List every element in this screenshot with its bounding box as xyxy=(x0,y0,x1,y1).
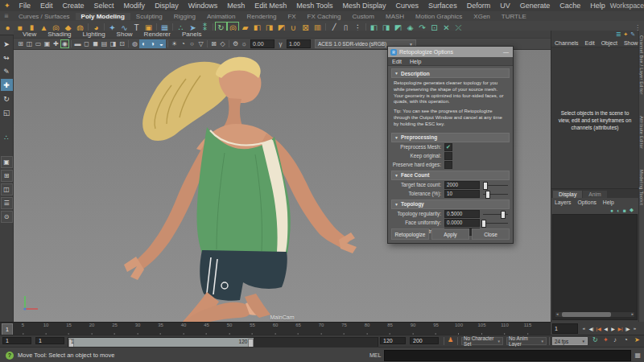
slider-target-face-count[interactable] xyxy=(483,182,508,188)
play-backwards-button[interactable]: ◀ xyxy=(602,324,609,333)
viewport-icon-21[interactable]: ○ xyxy=(188,39,196,48)
gamma-field[interactable]: 1.00 xyxy=(287,39,311,48)
minimize-icon[interactable]: — xyxy=(503,49,510,55)
playback-start-field[interactable]: 1 xyxy=(35,337,64,344)
tool-settings-toggle-icon[interactable]: ✎ xyxy=(630,31,635,38)
paint-select-tool[interactable]: ✎ xyxy=(1,65,13,77)
viewport-menu-panels[interactable]: Panels xyxy=(176,31,207,38)
animation-start-field[interactable]: 1 xyxy=(2,337,31,344)
viewport-icon-5[interactable]: ◉ xyxy=(60,39,69,48)
step-back-frame-button[interactable]: ◀| xyxy=(588,324,595,333)
layer-icon-1[interactable]: ◐ xyxy=(617,208,620,213)
exposure-field[interactable]: 0.00 xyxy=(250,39,275,48)
side-tab-channel-box-layer-editor[interactable]: Channel Box / Layer Editor xyxy=(639,35,644,95)
checkbox-preserve-hard-edges[interactable] xyxy=(444,161,452,169)
channel-box-menu-object[interactable]: Object xyxy=(598,40,621,46)
viewport-menu-show[interactable]: Show xyxy=(111,31,138,38)
section-header-face-count[interactable]: ▼Face Count xyxy=(391,171,510,180)
channel-box-menu-edit[interactable]: Edit xyxy=(582,40,598,46)
slider-topology-regularity[interactable] xyxy=(483,211,508,217)
scroll-right-icon[interactable]: ▸ xyxy=(631,311,634,316)
anim-layer-dropdown[interactable]: No Anim Layer▼ xyxy=(506,337,547,345)
mel-command-input[interactable] xyxy=(384,350,631,361)
viewport-menu-shading[interactable]: Shading xyxy=(42,31,76,38)
side-tab-modeling-toolkit[interactable]: Modeling Toolkit xyxy=(639,170,644,205)
menu-edit[interactable]: Edit xyxy=(35,2,58,10)
shelf-tab-turtle[interactable]: TURTLE xyxy=(496,13,532,20)
fps-dropdown[interactable]: 24 fps▼ xyxy=(552,337,588,345)
description-header[interactable]: ▼ Description xyxy=(391,68,510,78)
viewport-icon-24[interactable]: ⊠ xyxy=(209,39,218,48)
script-editor-icon[interactable]: ▦ xyxy=(634,352,644,359)
layer-menu-options[interactable]: Options xyxy=(574,200,599,205)
section-header-topology[interactable]: ▼Topology xyxy=(391,200,510,209)
move-tool[interactable]: ✚ xyxy=(1,79,13,91)
menu-cache[interactable]: Cache xyxy=(555,2,585,10)
viewport-icon-15[interactable]: ◐ xyxy=(139,39,148,48)
viewport-menu-view[interactable]: View xyxy=(17,31,42,38)
layout-four-pane[interactable]: ⊞ xyxy=(1,170,13,182)
menu-mesh[interactable]: Mesh xyxy=(222,2,250,10)
menu-deform[interactable]: Deform xyxy=(462,2,496,10)
shelf-tab-xgen[interactable]: XGen xyxy=(468,13,495,20)
shelf-tab-curves-surfaces[interactable]: Curves / Surfaces xyxy=(13,13,76,20)
viewport-icon-2[interactable]: ▭ xyxy=(34,39,43,48)
go-to-end-button[interactable]: » xyxy=(631,324,638,333)
viewport-icon-7[interactable]: ▬ xyxy=(73,39,82,48)
viewport-icon-25[interactable]: ◇ xyxy=(218,39,227,48)
menu-select[interactable]: Select xyxy=(89,2,119,10)
shelf-tab-motion-graphics[interactable]: Motion Graphics xyxy=(410,13,468,20)
layout-outliner[interactable]: ☰ xyxy=(1,197,13,209)
current-frame-marker[interactable]: 1 xyxy=(2,323,13,335)
slider-face-uniformity[interactable] xyxy=(483,220,508,226)
viewport-icon-14[interactable]: ◍ xyxy=(130,39,139,48)
go-to-start-button[interactable]: « xyxy=(580,324,588,333)
dialog-menu-edit[interactable]: Edit xyxy=(388,59,406,64)
viewport-icon-22[interactable]: ▽ xyxy=(196,39,205,48)
viewport-icon-16[interactable]: ◑ xyxy=(148,39,157,48)
lasso-tool[interactable]: ↬ xyxy=(1,51,13,64)
character-set-dropdown[interactable]: No Character Set▼ xyxy=(461,337,503,345)
checkbox-keep-original[interactable] xyxy=(444,152,452,160)
shelf-tab-fx-caching[interactable]: FX Caching xyxy=(302,13,347,20)
menu-edit-mesh[interactable]: Edit Mesh xyxy=(250,2,291,10)
apply-button[interactable]: Apply xyxy=(431,228,469,240)
character-set-icon[interactable]: ♟ xyxy=(448,336,453,343)
horizontal-scrollbar[interactable]: ◂ ▸ xyxy=(555,311,635,318)
poly-sphere-icon[interactable]: ● xyxy=(2,22,14,34)
shelf-menu-icon[interactable]: ≣ xyxy=(0,13,13,19)
dialog-titlebar[interactable]: R Retopologize Options — xyxy=(388,47,513,57)
viewport-icon-10[interactable]: ▤ xyxy=(100,39,109,48)
layer-menu-help[interactable]: Help xyxy=(600,200,617,205)
shelf-tab-rendering[interactable]: Rendering xyxy=(241,13,282,20)
animation-end-field[interactable]: 200 xyxy=(410,337,439,344)
playback-loop-icon[interactable]: ↻ xyxy=(592,336,598,343)
layout-zoom[interactable]: ⊙ xyxy=(1,211,13,223)
value-field-tolerance[interactable]: 10 xyxy=(444,190,480,198)
menu-generate[interactable]: Generate xyxy=(515,2,555,10)
menu-mesh-display[interactable]: Mesh Display xyxy=(338,2,391,10)
layer-icon-2[interactable]: ■ xyxy=(623,208,626,213)
layer-icon-3[interactable]: ◆ xyxy=(630,207,634,213)
scroll-left-icon[interactable]: ◂ xyxy=(556,311,559,316)
viewport-icon-27[interactable]: ⚙ xyxy=(231,39,240,48)
menu-file[interactable]: File xyxy=(14,2,36,10)
shelf-tab-sculpting[interactable]: Sculpting xyxy=(130,13,168,20)
layer-menu-layers[interactable]: Layers xyxy=(551,200,574,205)
shelf-tab-animation[interactable]: Animation xyxy=(201,13,242,20)
render-time-icon[interactable]: ◔ xyxy=(624,336,628,343)
play-forwards-button[interactable]: ▶ xyxy=(609,324,617,333)
section-header-preprocessing[interactable]: ▼Preprocessing xyxy=(391,133,510,142)
shelf-tab-rigging[interactable]: Rigging xyxy=(168,13,201,20)
channel-box-area[interactable]: Select objects in the scene to view, edi… xyxy=(551,47,638,189)
layer-icon-0[interactable]: ● xyxy=(610,208,613,213)
viewport-icon-9[interactable]: ◼ xyxy=(91,39,100,48)
layer-tab-display[interactable]: Display xyxy=(553,191,582,198)
menu-modify[interactable]: Modify xyxy=(119,2,151,10)
select-tool[interactable]: ➤ xyxy=(1,38,13,50)
mel-label[interactable]: MEL xyxy=(369,352,384,358)
shelf-tab-fx[interactable]: FX xyxy=(282,13,301,20)
rotate-tool[interactable]: ↻ xyxy=(1,93,13,105)
menu-surfaces[interactable]: Surfaces xyxy=(423,2,462,10)
retopologize-button[interactable]: Retopologize xyxy=(391,228,429,240)
